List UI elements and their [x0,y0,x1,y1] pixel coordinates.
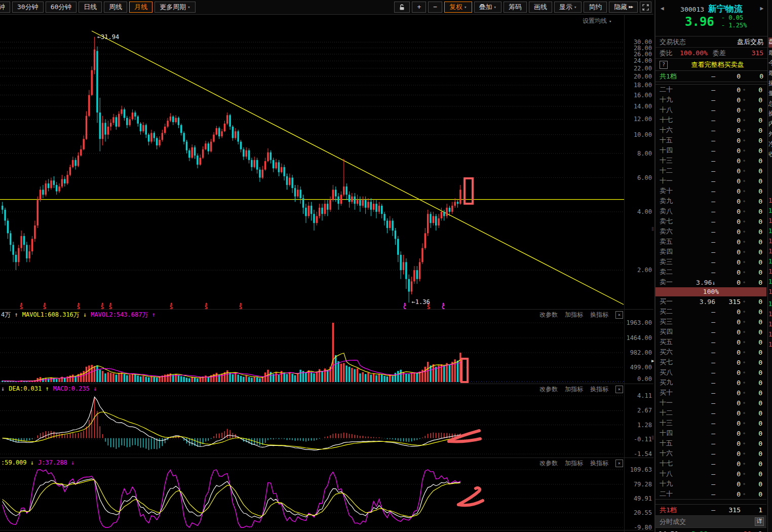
pane-tool-加指标[interactable]: 加指标 [565,459,583,468]
tool-button-叠加[interactable]: 叠加▾ [474,2,501,13]
orderbook-row-二十[interactable]: 二十—0◆0 [655,85,766,95]
trade-status-row: 交易状态 盘后交易 [655,36,767,48]
orderbook-row-十五[interactable]: 十五—0◆0 [655,438,766,448]
orderbook-row-十三[interactable]: 十三—0◆0 [655,156,766,166]
orderbook-row-卖九[interactable]: 卖九—0◆0 [655,196,766,206]
orderbook-row-十八[interactable]: 十八—0◆0 [655,105,766,115]
macd-label: MACD:0.235 [53,385,90,392]
tool-button-简约[interactable]: 简约 [584,2,607,13]
detail-button[interactable]: 详 [755,517,764,526]
tool-button-复权[interactable]: 复权▾ [444,2,472,13]
orderbook-row-买十[interactable]: 买十—0◆0 [655,388,766,398]
orderbook-row-买六[interactable]: 买六—0◆0 [655,347,766,357]
diamond-icon: ◆ [741,148,748,153]
close-pane-icon[interactable]: ✕ [615,460,623,467]
clipped-cell: 换 [768,109,772,118]
orderbook-row-十九[interactable]: 十九—0◆0 [655,479,766,489]
splitter-grip[interactable]: ⣿ [651,228,654,230]
tool-button-隐藏[interactable]: 隐藏▶▶ [609,2,638,13]
period-button-日线[interactable]: 日线 [79,2,102,13]
mavol1-label: MAVOL1:608.316万 [22,311,80,318]
orderbook-row-十三[interactable]: 十三—0◆0 [655,418,766,428]
pane-tool-改参数[interactable]: 改参数 [539,385,558,394]
orderbook-row-买一[interactable]: 买一3.96315◆0 [655,296,766,307]
pane-tool-换指标[interactable]: 换指标 [590,311,608,319]
clipped-cell: 今 [768,59,772,67]
orderbook-row-卖五[interactable]: 卖五—0◆0 [655,237,766,247]
axis-tick: 2.00 [637,267,652,274]
orderbook-row-十二[interactable]: 十二—0◆0 [655,166,766,176]
full-depth-row[interactable]: ? 查看完整档买卖盘 [655,59,767,71]
orderbook-row-卖四[interactable]: 卖四—0◆0 [655,247,766,257]
tool-button-+[interactable]: + [412,2,426,13]
orderbook-row-十四[interactable]: 十四—0◆0 [655,145,766,156]
orderbook-row-十七[interactable]: 十七—0◆0 [655,115,766,125]
tool-button-−[interactable]: − [428,2,442,13]
diamond-icon: ◆ [741,330,748,334]
tool-button-画线[interactable]: 画线 [529,2,552,13]
diamond-icon: ◆ [741,391,748,395]
help-icon[interactable]: ? [660,61,668,69]
orderbook-row-十四[interactable]: 十四—0◆0 [655,428,766,438]
orderbook-row-卖六[interactable]: 卖六—0◆0 [655,226,766,237]
orderbook-row-买四[interactable]: 买四—0◆0 [655,327,766,337]
pane-tool-加指标[interactable]: 加指标 [565,385,583,394]
period-button-分钟[interactable]: 分钟 [0,2,10,13]
ma-settings-button[interactable]: 设置均线 ▾ [583,17,611,25]
orderbook-row-二十[interactable]: 二十—0◆0 [655,489,766,499]
orderbook-row-卖一[interactable]: 卖一3.96↓0◆0 [655,277,766,287]
orderbook-row-卖八[interactable]: 卖八—0◆0 [655,206,766,216]
clipped-cell: 1 [768,238,772,245]
quote-panel: ◀ ▶ 300013 新宁物流 3.96 - 0.05 - 1.25% 交易状态… [654,0,767,532]
orderbook-row-买九[interactable]: 买九—0◆0 [655,377,766,388]
close-pane-icon[interactable]: ✕ [615,311,623,319]
orderbook-row-十一[interactable]: 十一—0◆0 [655,398,766,408]
orderbook-row-买八[interactable]: 买八—0◆0 [655,367,766,377]
period-button-月线[interactable]: 月线 [129,2,152,13]
orderbook-row-卖十[interactable]: 卖十—0◆0 [655,186,766,196]
tool-button-筹码[interactable]: 筹码 [504,2,527,13]
drawn-rectangle-annotation [461,359,468,382]
axis-tick: 8.00 [637,150,652,157]
orderbook-row-买七[interactable]: 买七—0◆0 [655,357,766,367]
orderbook-row-买五[interactable]: 买五—0◆0 [655,337,766,347]
period-button-30分钟[interactable]: 30分钟 [12,2,44,13]
orderbook-row-十六[interactable]: 十六—0◆0 [655,448,766,459]
pane-tool-换指标[interactable]: 换指标 [590,385,608,394]
orderbook-row-卖七[interactable]: 卖七—0◆0 [655,216,766,226]
close-pane-icon[interactable]: ✕ [615,386,623,393]
orderbook-row-卖二[interactable]: 卖二—0◆0 [655,267,766,277]
orderbook-row-买三[interactable]: 买三—0◆0 [655,317,766,327]
panel-collapse-arrow-icon[interactable]: ▶ [651,360,654,362]
orderbook-row-十二[interactable]: 十二—0◆0 [655,408,766,418]
clipped-cell: 外 [768,130,772,138]
clipped-cell: 1 [768,288,772,295]
orderbook-row-十九[interactable]: 十九—0◆0 [655,95,766,105]
period-button-60分钟[interactable]: 60分钟 [46,2,77,13]
orderbook-row-十八[interactable]: 十八—0◆0 [655,469,766,479]
period-button-更多周期[interactable]: 更多周期▾ [155,2,195,13]
down-arrow-icon: ↓ [93,385,97,392]
tool-button-显示[interactable]: 显示▾ [554,2,582,13]
orderbook-row-卖三[interactable]: 卖三—0◆0 [655,257,766,267]
orderbook-row-买二[interactable]: 买二—0◆0 [655,307,766,317]
tick-trade-row: 14:50 3.96 ▲ 90 1 [655,528,766,532]
pane-tool-加指标[interactable]: 加指标 [565,311,583,319]
expand-icon-button[interactable] [640,2,651,13]
pane-tool-改参数[interactable]: 改参数 [539,311,558,319]
chevron-down-icon: ▾ [574,2,576,12]
splitter-grip[interactable]: ⣿ [651,437,654,439]
pane-tool-改参数[interactable]: 改参数 [539,459,558,468]
orderbook-row-十五[interactable]: 十五—0◆0 [655,135,766,145]
full-depth-link[interactable]: 查看完整档买卖盘 [668,60,767,69]
lock-icon-button[interactable] [394,2,410,13]
clipped-cell: 1 [768,331,772,338]
down-arrow-icon: ↓ [30,459,34,466]
pane-tool-换指标[interactable]: 换指标 [590,459,608,468]
orderbook-row-十一[interactable]: 十一—0◆0 [655,176,766,186]
orderbook-row-十七[interactable]: 十七—0◆0 [655,459,766,469]
orderbook-row-十六[interactable]: 十六—0◆0 [655,125,766,135]
period-button-周线[interactable]: 周线 [104,2,127,13]
clipped-cell: 1 [768,278,772,285]
chart-canvas[interactable]: ▲S▲S▲S▲S▲S▲S▲S▲S▲C▲S▲C←31.94←1.36 [0,0,653,532]
